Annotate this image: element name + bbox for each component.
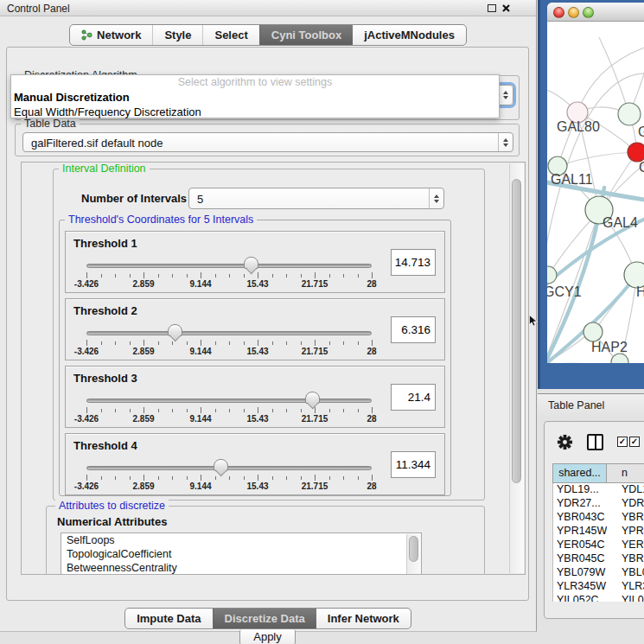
threshold-slider-track[interactable]	[86, 264, 372, 268]
float-window-icon[interactable]	[488, 4, 496, 12]
apply-button[interactable]: Apply	[239, 628, 296, 644]
attributes-scrollbar[interactable]	[406, 534, 421, 575]
cell-name[interactable]: YDL1	[607, 483, 644, 497]
cell-shared-name[interactable]: YIL052C	[553, 594, 607, 602]
cell-name[interactable]: YDR2	[607, 497, 644, 511]
cell-shared-name[interactable]: YBL079W	[553, 566, 607, 580]
tab-impute-data[interactable]: Impute Data	[125, 609, 212, 628]
tick-mark	[258, 407, 258, 413]
node-gcy1[interactable]	[547, 266, 557, 284]
combo-stepper	[498, 133, 513, 151]
gear-icon[interactable]	[557, 434, 573, 450]
number-of-intervals-spinner[interactable]: 5	[188, 188, 444, 209]
tab-network[interactable]: Network	[70, 25, 152, 45]
tick-mark	[201, 475, 201, 481]
threshold-slider-thumb[interactable]	[214, 459, 228, 471]
tab-discretize-data[interactable]: Discretize Data	[213, 609, 316, 628]
column-header-shared-name[interactable]: shared...	[553, 464, 607, 482]
zoom-traffic-light[interactable]	[583, 7, 594, 18]
table-row[interactable]: YER054CYER0	[553, 539, 644, 552]
cell-name[interactable]: YBR0	[607, 552, 644, 566]
cell-name[interactable]: YLR3	[607, 580, 644, 594]
list-item[interactable]: SelfLoops	[61, 533, 421, 547]
threshold-value-field[interactable]: 11.344	[391, 451, 436, 478]
cell-shared-name[interactable]: YBR043C	[553, 511, 607, 525]
tab-select[interactable]: Select	[202, 25, 258, 45]
threshold-slider-track[interactable]	[86, 466, 372, 470]
slider-tick-labels: -3.4262.8599.14415.4321.71528	[86, 347, 372, 357]
cell-shared-name[interactable]: YDR27...	[553, 497, 607, 511]
node-ga[interactable]	[618, 103, 641, 125]
table-row[interactable]: YBR045CYBR0	[553, 552, 644, 566]
cell-shared-name[interactable]: YDL19...	[553, 483, 607, 497]
threshold-value-field[interactable]: 14.713	[391, 249, 436, 276]
tick-mark	[215, 409, 216, 412]
threshold-slider-thumb[interactable]	[168, 324, 182, 336]
close-icon[interactable]	[501, 3, 511, 13]
tick-mark	[315, 340, 316, 346]
tab-label: Impute Data	[137, 612, 201, 625]
tick-mark	[329, 274, 330, 277]
cell-shared-name[interactable]: YPR145W	[553, 525, 607, 539]
table-row[interactable]: YBL079WYBL0	[553, 566, 644, 580]
table-row[interactable]: YIL052CYIL0	[553, 594, 644, 602]
tab-cyni-toolbox[interactable]: Cyni Toolbox	[259, 25, 353, 45]
cell-name[interactable]: YBR0	[607, 511, 644, 525]
minimize-traffic-light[interactable]	[568, 7, 579, 18]
tab-jactivemnodules[interactable]: jActiveMNodules	[353, 25, 466, 45]
close-traffic-light[interactable]	[553, 7, 564, 18]
list-item[interactable]: TopologicalCoefficient	[61, 547, 421, 561]
tick-label: 21.715	[302, 347, 328, 356]
interval-definition-group: Interval Definition Number of Intervals …	[53, 169, 485, 501]
table-row[interactable]: YDR27...YDR2	[553, 497, 644, 511]
tick-mark	[130, 409, 131, 412]
node-bottom[interactable]	[611, 354, 628, 363]
settings-scrollbar[interactable]	[509, 163, 524, 573]
cell-name[interactable]: YPR1	[607, 525, 644, 539]
cell-shared-name[interactable]: YER054C	[553, 539, 607, 552]
split-columns-icon[interactable]	[587, 434, 603, 450]
cell-shared-name[interactable]: YBR045C	[553, 552, 607, 566]
network-canvas[interactable]: GAL80 GA C GAL11 GAL4 GCY1 H HAP2	[547, 22, 644, 363]
cell-shared-name[interactable]: YLR345W	[553, 580, 607, 594]
cell-name[interactable]: YIL0	[607, 594, 644, 602]
checkbox-icon[interactable]: ✓	[629, 437, 640, 447]
slider-tick-labels: -3.4262.8599.14415.4321.71528	[86, 414, 372, 424]
scrollbar-thumb[interactable]	[409, 536, 418, 562]
threshold-value-field[interactable]: 6.316	[391, 316, 436, 343]
table-row[interactable]: YBR043CYBR0	[553, 511, 644, 525]
tick-mark	[343, 409, 344, 412]
table-data-select[interactable]: galFiltered.sif default node	[22, 132, 513, 152]
popup-option-manual-discretization[interactable]: Manual Discretization	[11, 90, 499, 105]
tab-infer-network[interactable]: Infer Network	[316, 609, 411, 628]
threshold-slider-thumb[interactable]	[244, 257, 258, 269]
cell-name[interactable]: YBL0	[607, 566, 644, 580]
threshold-slider-track[interactable]	[86, 331, 372, 335]
threshold-value-field[interactable]: 21.4	[391, 384, 436, 411]
slider-ticks	[86, 475, 372, 481]
tick-mark	[101, 274, 102, 277]
threshold-panel-1: Threshold 1-3.4262.8599.14415.4321.71528…	[65, 231, 445, 293]
column-header-name[interactable]: n	[607, 464, 644, 482]
tab-style[interactable]: Style	[152, 25, 202, 45]
network-window: GAL80 GA C GAL11 GAL4 GCY1 H HAP2	[547, 3, 644, 363]
table-row[interactable]: YLR345WYLR3	[553, 580, 644, 594]
list-item[interactable]: BetweennessCentrality	[61, 561, 421, 575]
tick-label: 15.43	[246, 481, 268, 491]
tick-label: 9.144	[189, 481, 211, 491]
node-hap2[interactable]	[583, 322, 603, 341]
table-row[interactable]: YDL19...YDL1	[553, 483, 644, 497]
table-row[interactable]: YPR145WYPR1	[553, 525, 644, 539]
node-red-selected[interactable]	[628, 143, 644, 162]
tick-mark	[172, 476, 173, 480]
scrollbar-thumb[interactable]	[512, 179, 521, 483]
threshold-slider-thumb[interactable]	[305, 392, 320, 404]
popup-option-equal-width-frequency[interactable]: Equal Width/Frequency Discretization	[11, 105, 499, 119]
threshold-slider-track[interactable]	[86, 399, 372, 403]
network-window-titlebar[interactable]	[547, 3, 644, 22]
tab-label: Cyni Toolbox	[271, 29, 341, 41]
checkbox-icon[interactable]: ✓	[617, 437, 628, 447]
network-window-frame: GAL80 GA C GAL11 GAL4 GCY1 H HAP2	[538, 0, 644, 389]
tick-mark	[343, 476, 344, 480]
cell-name[interactable]: YER0	[607, 539, 644, 552]
